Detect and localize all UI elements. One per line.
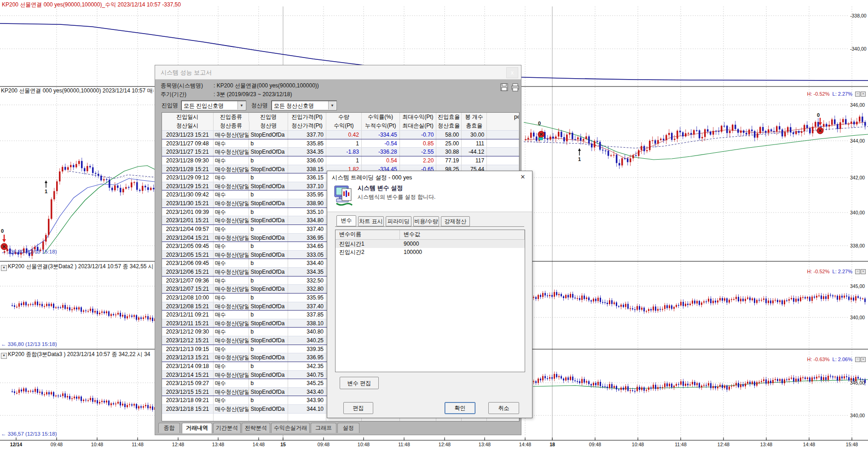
table-cell: 2023/12/14 09:18 — [162, 362, 214, 370]
table-cell: 336.15 — [288, 173, 326, 182]
settings-tab-1[interactable]: 변수 — [336, 215, 356, 226]
report-titlebar[interactable]: 시스템 성능 보고서 x — [155, 65, 521, 80]
table-cell: b — [249, 242, 288, 250]
report-tab-3[interactable]: 기간분석 — [213, 423, 241, 433]
table-cell: 매수청산(당일 — [214, 216, 249, 224]
report-tab-6[interactable]: 그래프 — [311, 423, 336, 433]
table-cell: b — [249, 362, 288, 370]
exit-filter-combobox[interactable]: 모든 청산신호명 ▼ — [271, 100, 337, 110]
table-cell: 2023/11/28 15:21 — [162, 165, 214, 173]
table-cell: 340.75 — [288, 371, 326, 379]
settings-tab-2[interactable]: 차트 표시 — [358, 216, 384, 226]
table-cell: 2023/12/15 15:21 — [162, 388, 214, 396]
table-cell: b — [249, 294, 288, 302]
period-value: : 3분 (2019/09/23 ~ 2023/12/18) — [214, 91, 292, 98]
table-cell: 339.35 — [288, 345, 326, 353]
table-cell: 30.88 — [436, 148, 462, 156]
column-header: 청산효율 — [436, 121, 462, 130]
variable-row[interactable]: 진입시간2100000 — [336, 248, 525, 256]
table-cell: 매수 — [214, 259, 249, 267]
table-cell: 2023/11/30 15:21 — [162, 199, 214, 207]
report-tab-5[interactable]: 수익손실거래 — [271, 423, 310, 433]
table-cell: b — [249, 139, 288, 148]
table-cell: 338.90 — [288, 199, 326, 207]
variable-row[interactable]: 진입시간190000 — [336, 240, 525, 248]
table-cell: b — [249, 173, 288, 182]
table-cell: 2023/12/05 09:45 — [162, 242, 214, 250]
table-cell: -2.55 — [400, 148, 437, 156]
period-label: 주기(기간) — [161, 91, 186, 98]
report-close-icon[interactable]: x — [506, 67, 518, 78]
settings-tab-3[interactable]: 피라미딩 — [386, 216, 411, 226]
table-row[interactable]: 2023/11/23 15:21매수청산(당일StopEndOfDa337.70… — [162, 130, 519, 139]
report-tab-4[interactable]: 전략분석 — [242, 423, 270, 433]
table-cell: 30.00 — [462, 131, 487, 139]
table-cell: b — [249, 190, 288, 199]
edit-button[interactable]: 편집 — [343, 402, 373, 414]
table-cell: StopEndOfDa — [249, 148, 288, 156]
table-cell: StopEndOfDa — [249, 165, 288, 173]
cancel-button[interactable]: 취소 — [488, 402, 519, 414]
table-cell: 매수청산(당일 — [214, 353, 249, 362]
chevron-down-icon[interactable]: ▼ — [328, 101, 336, 109]
table-cell: StopEndOfDa — [249, 388, 288, 396]
settings-heading: 시스템 변수 설정 — [358, 184, 403, 192]
report-tab-1[interactable]: 종합 — [158, 423, 180, 433]
table-cell: 2023/11/29 15:21 — [162, 182, 214, 190]
table-cell: 매수 — [214, 345, 249, 353]
report-tab-7[interactable]: 설정 — [337, 423, 359, 433]
print-icon[interactable] — [511, 83, 520, 92]
table-row[interactable]: 2023/11/27 15:21매수청산(당일StopEndOfDa334.35… — [162, 147, 519, 156]
ok-button[interactable]: 확인 — [445, 402, 475, 414]
table-cell: 336.00 — [288, 156, 326, 165]
settings-tab-4[interactable]: 비용/수량 — [413, 216, 439, 226]
entry-filter-combobox[interactable]: 모든 진입신호명 ▼ — [181, 100, 246, 110]
table-cell: 매수청산(당일 — [214, 199, 249, 207]
column-header: 진입종류 — [214, 113, 249, 121]
table-cell — [162, 414, 214, 421]
column-header: 청산일시 — [162, 121, 214, 130]
table-cell: 매수 — [214, 362, 249, 370]
table-cell: 338.15 — [288, 165, 326, 173]
table-cell: b — [249, 259, 288, 267]
table-cell: StopEndOfDa — [249, 182, 288, 190]
table-cell: 2023/12/06 09:45 — [162, 259, 214, 267]
table-cell: StopEndOfDa — [249, 216, 288, 224]
grid-column-header[interactable]: 변수이름 — [336, 230, 400, 239]
table-cell: 111 — [462, 139, 487, 148]
table-cell: StopEndOfDa — [249, 371, 288, 379]
column-header: 청산가격(Pt) — [288, 121, 326, 130]
table-cell: 매수청산(당일 — [214, 302, 249, 311]
table-cell: 340.80 — [288, 328, 326, 336]
table-cell: 매수 — [214, 328, 249, 336]
table-row[interactable]: 2023/11/27 09:48매수b335.851-0.540.8525.00… — [162, 139, 519, 148]
save-icon[interactable] — [500, 83, 509, 92]
grid-column-header[interactable]: 변수값 — [400, 230, 525, 239]
table-cell: 2023/12/01 09:39 — [162, 208, 214, 216]
settings-close-icon[interactable]: ✕ — [518, 173, 527, 181]
column-header: 최대손실(Pt) — [400, 121, 437, 130]
table-cell: 2023/12/08 10:00 — [162, 294, 214, 302]
table-row[interactable]: 2023/11/28 09:30매수b336.0010.542.2077.191… — [162, 156, 519, 165]
table-cell: 2023/12/08 15:21 — [162, 302, 214, 311]
table-cell: 2023/12/07 09:36 — [162, 276, 214, 285]
chevron-down-icon[interactable]: ▼ — [237, 101, 245, 109]
table-cell: 매수 — [214, 139, 249, 148]
report-tab-2[interactable]: 거래내역 — [182, 423, 212, 433]
settings-titlebar[interactable]: 시스템 트레이딩 설정 - 000 yes ✕ — [327, 171, 532, 183]
table-cell: 334.80 — [288, 216, 326, 224]
table-cell: 2023/12/06 15:21 — [162, 268, 214, 276]
column-header — [487, 121, 519, 130]
variable-edit-button[interactable]: 변수 편집 — [340, 377, 379, 389]
table-cell: 335.10 — [288, 208, 326, 216]
table-cell: 2.20 — [400, 156, 437, 165]
settings-tab-5[interactable]: 강제청산 — [441, 216, 470, 226]
table-cell: 335.95 — [288, 190, 326, 199]
table-cell: 2023/12/04 15:21 — [162, 234, 214, 242]
table-cell: 343.90 — [288, 396, 326, 404]
table-cell: 매수 — [214, 173, 249, 182]
column-header: 총효율 — [462, 121, 487, 130]
variables-grid[interactable]: 변수이름변수값진입시간190000진입시간2100000 — [335, 230, 525, 372]
table-cell: 2023/11/23 15:21 — [162, 131, 214, 139]
table-cell: 336.95 — [288, 353, 326, 362]
